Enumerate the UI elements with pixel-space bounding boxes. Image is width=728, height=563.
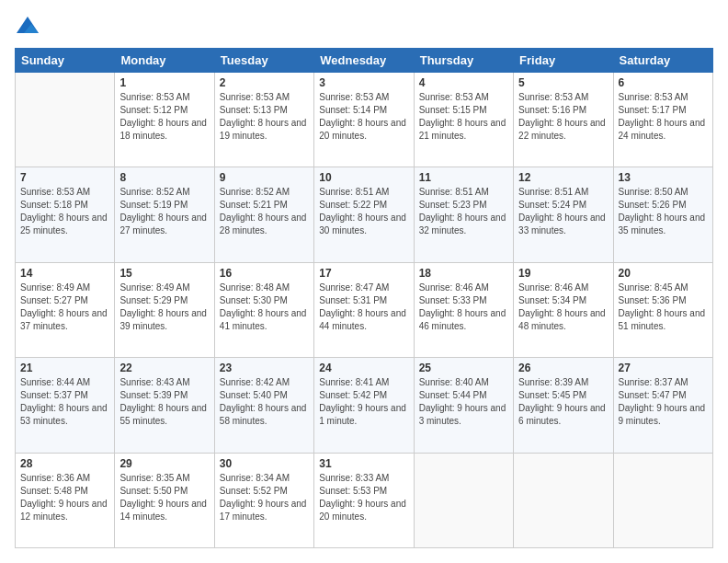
sunrise: Sunrise: 8:52 AM	[119, 187, 189, 197]
calendar-day-cell: 30 Sunrise: 8:34 AM Sunset: 5:52 PM Dayl…	[214, 453, 313, 547]
calendar-day-cell	[514, 453, 613, 547]
calendar-day-cell	[16, 73, 115, 167]
calendar-day-cell: 11 Sunrise: 8:51 AM Sunset: 5:23 PM Dayl…	[414, 167, 513, 262]
sunrise: Sunrise: 8:53 AM	[319, 92, 389, 102]
daylight: Daylight: 9 hours and 9 minutes.	[619, 403, 706, 426]
day-number: 6	[619, 76, 708, 89]
sunset: Sunset: 5:27 PM	[20, 295, 88, 305]
calendar-day-cell: 26 Sunrise: 8:39 AM Sunset: 5:45 PM Dayl…	[514, 358, 613, 453]
daylight: Daylight: 8 hours and 39 minutes.	[119, 308, 207, 331]
sunset: Sunset: 5:34 PM	[518, 295, 586, 305]
sunset: Sunset: 5:48 PM	[20, 486, 88, 496]
daylight: Daylight: 8 hours and 58 minutes.	[220, 403, 307, 426]
sunset: Sunset: 5:12 PM	[119, 105, 188, 115]
day-info: Sunrise: 8:40 AM Sunset: 5:44 PM Dayligh…	[419, 376, 508, 428]
weekday-header: Saturday	[613, 49, 712, 73]
sunset: Sunset: 5:22 PM	[319, 200, 387, 210]
sunrise: Sunrise: 8:53 AM	[119, 92, 189, 102]
day-info: Sunrise: 8:41 AM Sunset: 5:42 PM Dayligh…	[319, 376, 408, 428]
daylight: Daylight: 8 hours and 37 minutes.	[20, 308, 108, 331]
sunset: Sunset: 5:50 PM	[119, 486, 188, 496]
day-number: 11	[419, 171, 508, 184]
daylight: Daylight: 8 hours and 53 minutes.	[20, 403, 108, 426]
daylight: Daylight: 8 hours and 19 minutes.	[220, 118, 307, 141]
daylight: Daylight: 9 hours and 12 minutes.	[20, 499, 108, 522]
daylight: Daylight: 8 hours and 21 minutes.	[419, 118, 506, 141]
sunset: Sunset: 5:52 PM	[220, 486, 288, 496]
day-number: 16	[220, 267, 309, 280]
day-number: 19	[518, 267, 608, 280]
sunset: Sunset: 5:42 PM	[319, 390, 387, 400]
sunset: Sunset: 5:23 PM	[419, 200, 487, 210]
daylight: Daylight: 9 hours and 3 minutes.	[419, 403, 506, 426]
logo-icon	[15, 15, 40, 40]
day-info: Sunrise: 8:45 AM Sunset: 5:36 PM Dayligh…	[619, 282, 708, 333]
day-number: 3	[319, 76, 408, 89]
daylight: Daylight: 8 hours and 24 minutes.	[619, 118, 706, 141]
daylight: Daylight: 8 hours and 22 minutes.	[518, 118, 606, 141]
calendar-day-cell: 18 Sunrise: 8:46 AM Sunset: 5:33 PM Dayl…	[414, 262, 513, 357]
sunrise: Sunrise: 8:49 AM	[20, 282, 90, 293]
sunset: Sunset: 5:19 PM	[119, 200, 188, 210]
day-number: 9	[220, 171, 309, 184]
day-info: Sunrise: 8:47 AM Sunset: 5:31 PM Dayligh…	[319, 282, 408, 333]
daylight: Daylight: 8 hours and 48 minutes.	[518, 308, 606, 331]
sunrise: Sunrise: 8:46 AM	[419, 282, 489, 293]
sunrise: Sunrise: 8:44 AM	[20, 377, 90, 387]
day-info: Sunrise: 8:49 AM Sunset: 5:29 PM Dayligh…	[119, 282, 209, 333]
sunset: Sunset: 5:36 PM	[619, 295, 687, 305]
day-number: 4	[419, 76, 508, 89]
sunrise: Sunrise: 8:43 AM	[119, 377, 189, 387]
calendar-day-cell	[613, 453, 712, 547]
calendar-day-cell: 3 Sunrise: 8:53 AM Sunset: 5:14 PM Dayli…	[314, 73, 414, 167]
calendar-day-cell: 9 Sunrise: 8:52 AM Sunset: 5:21 PM Dayli…	[214, 167, 313, 262]
day-number: 31	[319, 457, 408, 470]
daylight: Daylight: 8 hours and 41 minutes.	[220, 308, 307, 331]
day-info: Sunrise: 8:49 AM Sunset: 5:27 PM Dayligh…	[20, 282, 109, 333]
day-number: 21	[20, 362, 109, 374]
sunset: Sunset: 5:21 PM	[220, 200, 288, 210]
calendar-week-row: 28 Sunrise: 8:36 AM Sunset: 5:48 PM Dayl…	[16, 453, 713, 547]
calendar-day-cell: 15 Sunrise: 8:49 AM Sunset: 5:29 PM Dayl…	[115, 262, 214, 357]
day-number: 12	[518, 171, 608, 184]
day-info: Sunrise: 8:52 AM Sunset: 5:21 PM Dayligh…	[220, 186, 309, 237]
sunrise: Sunrise: 8:37 AM	[619, 377, 688, 387]
day-info: Sunrise: 8:46 AM Sunset: 5:34 PM Dayligh…	[518, 282, 608, 333]
daylight: Daylight: 8 hours and 55 minutes.	[119, 403, 207, 426]
sunset: Sunset: 5:13 PM	[220, 105, 288, 115]
calendar-day-cell	[414, 453, 513, 547]
calendar-day-cell: 2 Sunrise: 8:53 AM Sunset: 5:13 PM Dayli…	[214, 73, 313, 167]
calendar-week-row: 14 Sunrise: 8:49 AM Sunset: 5:27 PM Dayl…	[16, 262, 713, 357]
day-number: 22	[119, 362, 209, 374]
day-info: Sunrise: 8:50 AM Sunset: 5:26 PM Dayligh…	[619, 186, 708, 237]
calendar-day-cell: 4 Sunrise: 8:53 AM Sunset: 5:15 PM Dayli…	[414, 73, 513, 167]
calendar-day-cell: 6 Sunrise: 8:53 AM Sunset: 5:17 PM Dayli…	[613, 73, 712, 167]
calendar-day-cell: 12 Sunrise: 8:51 AM Sunset: 5:24 PM Dayl…	[514, 167, 613, 262]
calendar-day-cell: 19 Sunrise: 8:46 AM Sunset: 5:34 PM Dayl…	[514, 262, 613, 357]
day-info: Sunrise: 8:51 AM Sunset: 5:24 PM Dayligh…	[518, 186, 608, 237]
calendar-week-row: 1 Sunrise: 8:53 AM Sunset: 5:12 PM Dayli…	[16, 73, 713, 167]
calendar-day-cell: 29 Sunrise: 8:35 AM Sunset: 5:50 PM Dayl…	[115, 453, 214, 547]
day-number: 28	[20, 457, 109, 470]
sunrise: Sunrise: 8:34 AM	[220, 473, 290, 483]
weekday-header: Sunday	[16, 49, 115, 73]
sunrise: Sunrise: 8:49 AM	[119, 282, 189, 293]
sunrise: Sunrise: 8:53 AM	[20, 187, 90, 197]
sunrise: Sunrise: 8:53 AM	[619, 92, 688, 102]
day-info: Sunrise: 8:53 AM Sunset: 5:13 PM Dayligh…	[220, 91, 309, 143]
day-number: 17	[319, 267, 408, 280]
calendar-day-cell: 14 Sunrise: 8:49 AM Sunset: 5:27 PM Dayl…	[16, 262, 115, 357]
calendar-day-cell: 23 Sunrise: 8:42 AM Sunset: 5:40 PM Dayl…	[214, 358, 313, 453]
day-number: 5	[518, 76, 608, 89]
day-info: Sunrise: 8:44 AM Sunset: 5:37 PM Dayligh…	[20, 376, 109, 428]
sunrise: Sunrise: 8:53 AM	[419, 92, 489, 102]
sunset: Sunset: 5:17 PM	[619, 105, 687, 115]
calendar-day-cell: 31 Sunrise: 8:33 AM Sunset: 5:53 PM Dayl…	[314, 453, 414, 547]
header	[15, 15, 713, 40]
sunrise: Sunrise: 8:53 AM	[518, 92, 588, 102]
daylight: Daylight: 8 hours and 28 minutes.	[220, 213, 307, 236]
weekday-header: Tuesday	[214, 49, 313, 73]
sunset: Sunset: 5:53 PM	[319, 486, 387, 496]
day-info: Sunrise: 8:53 AM Sunset: 5:17 PM Dayligh…	[619, 91, 708, 143]
sunset: Sunset: 5:47 PM	[619, 390, 687, 400]
